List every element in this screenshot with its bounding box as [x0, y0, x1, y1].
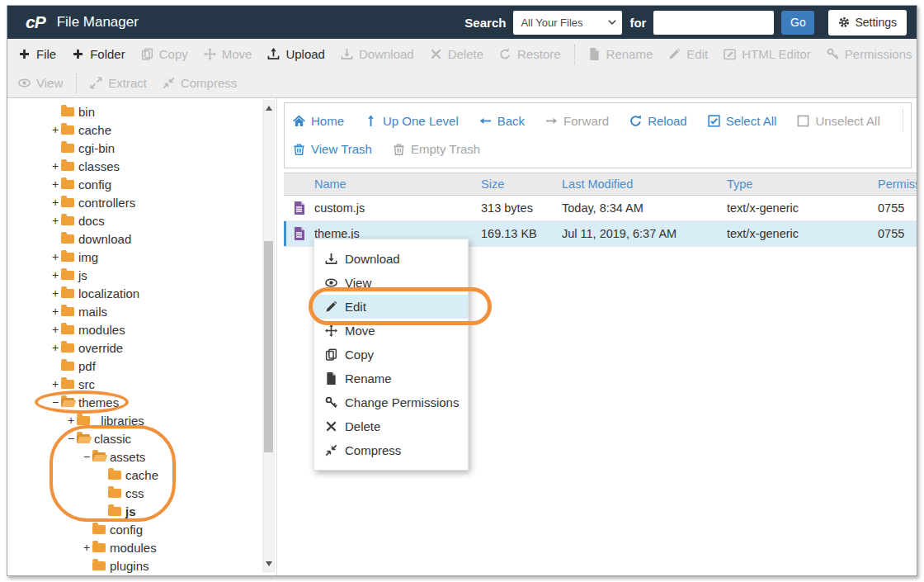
tree-scrollbar[interactable] [262, 100, 275, 572]
tree-expander[interactable]: − [81, 451, 92, 462]
scroll-down-icon[interactable] [266, 561, 272, 566]
toolbar-item-html-editor-label: HTML Editor [742, 47, 811, 61]
file-icon [294, 227, 305, 240]
tree-expander[interactable]: + [50, 215, 61, 226]
tree-item-label: modules [78, 323, 125, 337]
tree-expander[interactable]: + [50, 160, 61, 172]
trash-icon [293, 143, 305, 155]
column-header-last-modified[interactable]: Last Modified [562, 177, 727, 191]
tree-item-classes[interactable]: +classes [7, 157, 276, 175]
tree-item-localization[interactable]: +localization [7, 284, 276, 302]
tree-item-assets[interactable]: −assets [7, 447, 276, 466]
tree-expander[interactable]: + [50, 251, 61, 263]
tree-expander[interactable]: + [50, 178, 61, 190]
tree-expander[interactable]: + [81, 542, 92, 553]
tree-expander[interactable]: + [50, 324, 61, 335]
nav-item-back[interactable]: Back [479, 114, 525, 128]
nav-item-empty-trash[interactable]: Empty Trash [393, 142, 480, 156]
column-header-permissions[interactable]: Permissions [878, 177, 917, 191]
tree-item-css[interactable]: css [7, 484, 276, 502]
menu-item-view[interactable]: View [314, 271, 468, 295]
menu-item-compress[interactable]: Compress [314, 438, 468, 462]
toolbar-item-view-label: View [36, 76, 63, 90]
download-icon [341, 48, 353, 60]
menu-item-delete[interactable]: Delete [314, 414, 468, 438]
settings-button[interactable]: Settings [828, 10, 907, 35]
go-button[interactable]: Go [781, 11, 814, 35]
open-folder-icon [61, 398, 74, 407]
tree-expander[interactable]: + [50, 342, 61, 353]
column-header-size[interactable]: Size [481, 177, 562, 191]
menu-item-download[interactable]: Download [314, 247, 468, 271]
tree-item-themes[interactable]: −themes [7, 393, 276, 411]
tree-item-pdf[interactable]: pdf [7, 357, 276, 375]
tree-item-download[interactable]: download [7, 229, 276, 248]
tree-expander[interactable]: + [50, 378, 61, 390]
tree-item-modules[interactable]: +modules [7, 320, 276, 338]
nav-item-select-all[interactable]: Select All [708, 114, 777, 128]
tree-item-label: mails [78, 305, 107, 319]
toolbar-item-view: View [18, 76, 63, 90]
tree-item-_libraries[interactable]: +_libraries [7, 411, 276, 429]
tree-item-classic[interactable]: −classic [7, 429, 276, 447]
tree-item-label: assets [110, 450, 145, 464]
tree-item-override[interactable]: +override [7, 338, 276, 357]
toolbar-item-file[interactable]: File [18, 47, 56, 61]
tree-item-cgi-bin[interactable]: cgi-bin [7, 139, 276, 157]
tree-expander[interactable]: + [50, 196, 61, 208]
column-header-type[interactable]: Type [727, 177, 878, 191]
nav-item-up-one-level[interactable]: Up One Level [365, 114, 459, 128]
tree-item-controllers[interactable]: +controllers [7, 193, 276, 211]
menu-item-change-permissions[interactable]: Change Permissions [314, 390, 468, 414]
tree-item-cache[interactable]: +cache [7, 121, 276, 139]
nav-item-forward-label: Forward [563, 114, 609, 128]
tree-expander[interactable]: + [50, 269, 61, 281]
toolbar-item-edit-label: Edit [686, 47, 708, 61]
folder-icon [92, 543, 106, 552]
tree-item-templates[interactable]: +templates [7, 575, 276, 575]
search-label: Search [464, 16, 506, 30]
tree-item-plugins[interactable]: plugins [7, 556, 276, 575]
table-row-custom.js[interactable]: custom.js313 bytesToday, 8:34 AMtext/x-g… [284, 196, 917, 221]
tree-item-src[interactable]: +src [7, 375, 276, 393]
file-icon [294, 201, 305, 215]
pencil-icon [668, 48, 681, 60]
menu-item-copy[interactable]: Copy [314, 343, 468, 367]
nav-item-forward[interactable]: Forward [545, 114, 609, 128]
search-input[interactable] [653, 11, 774, 35]
menu-item-move[interactable]: Move [314, 319, 468, 343]
tree-expander[interactable]: − [65, 433, 77, 444]
nav-item-reload[interactable]: Reload [629, 114, 687, 128]
tree-expander[interactable]: + [65, 414, 77, 426]
tree-expander[interactable]: + [50, 305, 61, 317]
tree-item-img[interactable]: +img [7, 248, 276, 266]
tree-item-docs[interactable]: +docs [7, 211, 276, 229]
tree-item-js[interactable]: +js [7, 266, 276, 284]
for-label: for [629, 16, 646, 30]
nav-item-view-trash[interactable]: View Trash [293, 142, 372, 156]
tree-item-js[interactable]: js [7, 502, 276, 520]
scrollbar-thumb[interactable] [264, 241, 273, 452]
tree-item-cache[interactable]: cache [7, 466, 276, 484]
toolbar-item-extract-label: Extract [108, 76, 147, 90]
tree-item-config[interactable]: config [7, 520, 276, 538]
nav-item-unselect-all[interactable]: Unselect All [797, 114, 879, 128]
tree-expander[interactable]: − [50, 396, 61, 408]
tree-item-mails[interactable]: +mails [7, 302, 276, 320]
nav-item-home[interactable]: Home [293, 114, 344, 128]
tree-item-label: js [78, 268, 87, 282]
menu-item-edit[interactable]: Edit [314, 295, 468, 319]
search-scope-select[interactable]: All Your Files [513, 11, 622, 35]
tree-item-bin[interactable]: bin [7, 102, 276, 121]
scroll-up-icon[interactable] [266, 106, 272, 111]
folder-icon [61, 234, 74, 244]
page-title: File Manager [57, 14, 139, 31]
tree-item-config[interactable]: +config [7, 175, 276, 193]
toolbar-item-upload[interactable]: Upload [267, 47, 325, 61]
tree-expander[interactable]: + [50, 287, 61, 299]
menu-item-rename[interactable]: Rename [314, 367, 468, 390]
tree-expander[interactable]: + [50, 124, 61, 135]
toolbar-item-folder[interactable]: Folder [72, 47, 125, 61]
column-header-name[interactable]: Name [314, 177, 481, 191]
tree-item-modules[interactable]: +modules [7, 538, 276, 556]
